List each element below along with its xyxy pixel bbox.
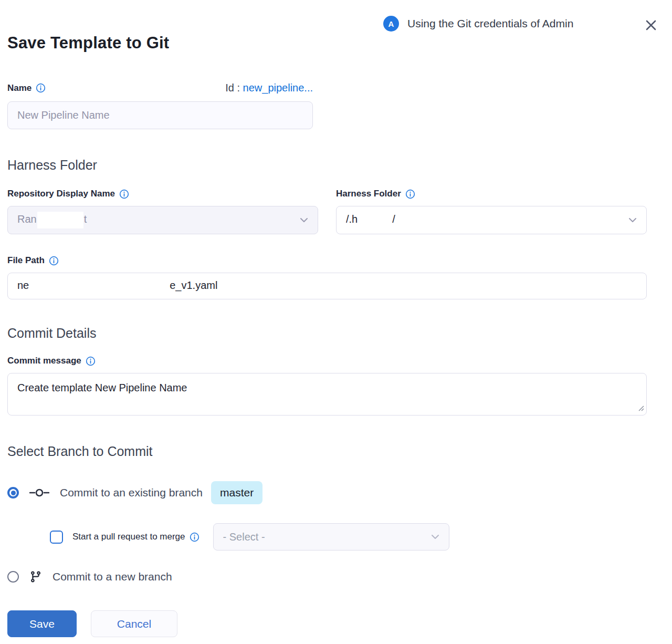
git-commit-icon (29, 487, 49, 498)
harness-folder-heading: Harness Folder (7, 158, 656, 173)
redaction-block (29, 278, 169, 295)
git-branch-icon (29, 570, 42, 583)
name-label: Name (7, 83, 32, 94)
existing-branch-option: Commit to an existing branch master (7, 481, 656, 504)
new-branch-label[interactable]: Commit to a new branch (52, 570, 172, 583)
existing-branch-radio[interactable] (7, 487, 19, 498)
new-branch-option: Commit to a new branch (7, 570, 656, 583)
harness-folder-select[interactable]: /.h/ (336, 206, 647, 234)
file-path-input[interactable]: nee_v1.yaml (7, 273, 647, 299)
info-icon[interactable] (119, 189, 129, 199)
cancel-button[interactable]: Cancel (91, 610, 177, 637)
info-icon[interactable] (49, 256, 59, 266)
repository-label: Repository Display Name (7, 189, 115, 199)
pull-request-checkbox[interactable] (50, 531, 63, 544)
new-branch-radio[interactable] (7, 571, 19, 583)
pull-request-label[interactable]: Start a pull request to merge (72, 532, 185, 542)
chevron-down-icon (431, 534, 439, 539)
info-icon[interactable] (86, 356, 96, 366)
pull-request-option: Start a pull request to merge - Select - (7, 523, 656, 550)
commit-details-heading: Commit Details (7, 326, 656, 341)
target-branch-select[interactable]: - Select - (213, 523, 449, 550)
file-path-label: File Path (7, 255, 45, 266)
branch-name-tag: master (211, 481, 262, 504)
id-prefix: Id : (225, 82, 240, 94)
chevron-down-icon (628, 217, 637, 223)
chevron-down-icon (300, 217, 308, 223)
existing-branch-label[interactable]: Commit to an existing branch (60, 486, 203, 499)
resize-handle[interactable] (637, 404, 644, 413)
name-field-header: Name Id : new_pipeline... (7, 82, 313, 94)
select-branch-heading: Select Branch to Commit (7, 444, 656, 459)
credentials-text: Using the Git credentials of Admin (407, 17, 573, 30)
commit-message-label: Commit message (7, 356, 81, 366)
save-button[interactable]: Save (7, 610, 77, 637)
name-input[interactable] (7, 101, 313, 129)
repository-select[interactable]: Rant (7, 206, 318, 234)
id-link[interactable]: new_pipeline... (243, 82, 313, 94)
info-icon[interactable] (405, 189, 415, 199)
harness-folder-label: Harness Folder (336, 189, 401, 199)
git-credentials-banner: A Using the Git credentials of Admin (383, 16, 573, 32)
info-icon[interactable] (190, 532, 200, 542)
info-icon[interactable] (36, 83, 46, 93)
save-template-to-git-dialog: A Using the Git credentials of Admin Sav… (0, 0, 672, 644)
redaction-block (37, 212, 83, 228)
avatar: A (383, 16, 399, 32)
close-icon[interactable] (644, 18, 658, 33)
redaction-block (358, 212, 392, 228)
commit-message-textarea[interactable]: Create template New Pipeline Name (7, 373, 647, 416)
